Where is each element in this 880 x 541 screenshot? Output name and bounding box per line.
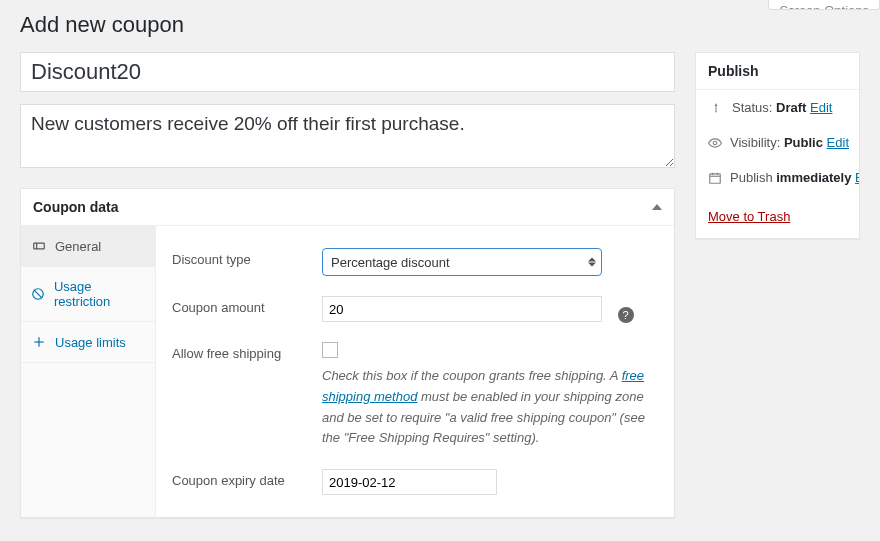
free-shipping-description: Check this box if the coupon grants free… <box>322 366 658 449</box>
tab-general[interactable]: General <box>21 226 155 267</box>
publish-box: Publish Status: Draft Edit Visib <box>695 52 860 239</box>
tab-general-label: General <box>55 239 101 254</box>
schedule-row: Publish immediately Edit <box>696 160 859 195</box>
general-panel: Discount type Percentage discount <box>156 226 674 517</box>
coupon-data-title: Coupon data <box>33 199 119 215</box>
coupon-description-textarea[interactable] <box>20 104 675 168</box>
svg-rect-0 <box>34 243 45 249</box>
free-shipping-label: Allow free shipping <box>172 342 312 361</box>
screen-options-tab[interactable]: Screen Options <box>768 0 880 10</box>
status-value: Draft <box>776 100 806 115</box>
edit-visibility-link[interactable]: Edit <box>827 135 849 150</box>
discount-type-select[interactable]: Percentage discount <box>322 248 602 276</box>
move-to-trash-link[interactable]: Move to Trash <box>708 209 790 224</box>
tab-usage-restriction-label: Usage restriction <box>54 279 145 309</box>
pin-icon <box>708 101 724 115</box>
coupon-amount-label: Coupon amount <box>172 296 312 315</box>
page-title: Add new coupon <box>20 12 860 38</box>
svg-rect-6 <box>710 173 721 182</box>
schedule-value: immediately <box>776 170 851 185</box>
coupon-data-header[interactable]: Coupon data <box>21 189 674 226</box>
tab-usage-restriction[interactable]: Usage restriction <box>21 267 155 322</box>
sliders-icon <box>31 334 47 350</box>
expiry-date-input[interactable] <box>322 469 497 495</box>
discount-type-label: Discount type <box>172 248 312 267</box>
edit-status-link[interactable]: Edit <box>810 100 832 115</box>
ticket-icon <box>31 238 47 254</box>
free-shipping-checkbox[interactable] <box>322 342 338 358</box>
svg-point-5 <box>713 141 717 145</box>
coupon-data-tabs: General Usage restriction <box>21 226 156 517</box>
tab-usage-limits-label: Usage limits <box>55 335 126 350</box>
ban-icon <box>31 286 46 302</box>
eye-icon <box>708 136 722 150</box>
coupon-amount-input[interactable] <box>322 296 602 322</box>
screen-options-label: Screen Options <box>779 3 869 10</box>
edit-schedule-link[interactable]: Edit <box>855 170 859 185</box>
publish-box-title: Publish <box>696 53 859 90</box>
help-icon[interactable]: ? <box>618 307 634 323</box>
coupon-data-box: Coupon data General <box>20 188 675 518</box>
tab-usage-limits[interactable]: Usage limits <box>21 322 155 363</box>
calendar-icon <box>708 171 722 185</box>
visibility-row: Visibility: Public Edit <box>696 125 859 160</box>
visibility-value: Public <box>784 135 823 150</box>
collapse-icon <box>652 204 662 210</box>
coupon-code-input[interactable] <box>20 52 675 92</box>
svg-line-2 <box>34 290 42 298</box>
expiry-date-label: Coupon expiry date <box>172 469 312 488</box>
status-row: Status: Draft Edit <box>696 90 859 125</box>
